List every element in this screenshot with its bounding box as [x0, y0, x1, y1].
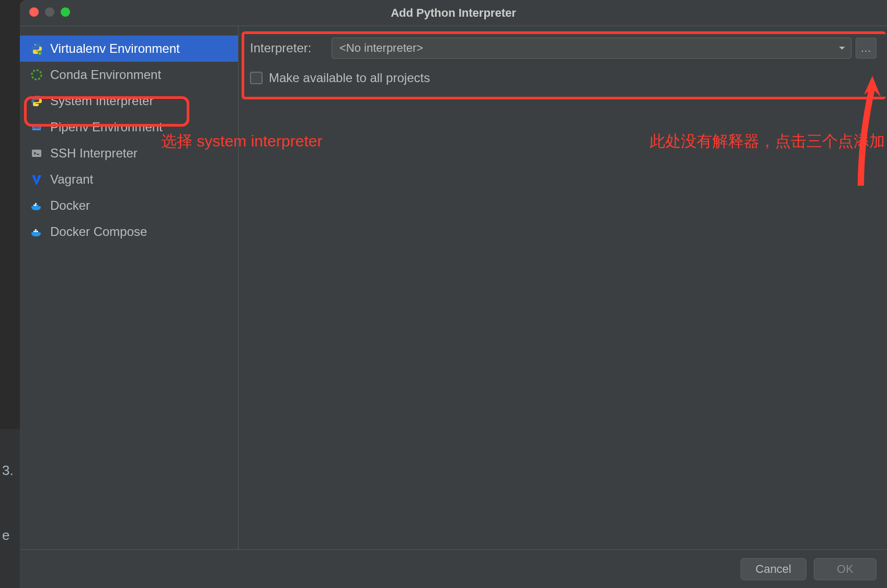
svg-text:v: v — [39, 52, 41, 55]
interpreter-label: Interpreter: — [250, 41, 322, 55]
svg-rect-10 — [35, 203, 37, 205]
sidebar-item-pipenv[interactable]: Pipenv Environment — [20, 114, 238, 140]
svg-rect-14 — [35, 229, 37, 231]
sidebar-item-system-interpreter[interactable]: System Interpreter — [20, 88, 238, 114]
bg-char-2: e — [2, 527, 9, 544]
svg-point-0 — [35, 44, 36, 46]
sidebar-item-label: Virtualenv Environment — [50, 41, 180, 56]
vagrant-icon — [29, 172, 44, 187]
titlebar: Add Python Interpreter — [20, 0, 887, 26]
interpreter-combo-wrap: <No interpreter> ... — [332, 38, 877, 59]
chevron-down-icon — [838, 44, 846, 52]
background-strip — [0, 429, 20, 588]
interpreter-combobox[interactable]: <No interpreter> — [332, 38, 851, 59]
docker-icon — [29, 198, 44, 213]
ssh-icon — [29, 146, 44, 161]
sidebar-item-docker-compose[interactable]: Docker Compose — [20, 219, 238, 245]
make-available-row[interactable]: Make available to all projects — [250, 65, 877, 91]
sidebar-item-label: Docker Compose — [50, 224, 147, 239]
minimize-window-icon[interactable] — [45, 7, 54, 17]
pipenv-icon — [29, 120, 44, 134]
make-available-label: Make available to all projects — [269, 71, 430, 85]
sidebar-item-vagrant[interactable]: Vagrant — [20, 166, 238, 193]
svg-rect-6 — [32, 150, 41, 157]
main-panel: Interpreter: <No interpreter> ... Make a… — [238, 26, 887, 549]
cancel-button[interactable]: Cancel — [741, 558, 806, 580]
docker-compose-icon — [29, 224, 44, 239]
svg-rect-9 — [35, 205, 37, 206]
svg-point-3 — [32, 70, 41, 80]
ok-button[interactable]: OK — [814, 558, 877, 580]
interpreter-row: Interpreter: <No interpreter> ... — [250, 36, 877, 61]
close-window-icon[interactable] — [29, 7, 39, 17]
sidebar-item-label: Docker — [50, 198, 90, 213]
interpreter-selected-value: <No interpreter> — [339, 41, 423, 55]
interpreter-type-sidebar: v Virtualenv Environment Conda Environme… — [20, 26, 238, 549]
sidebar-item-label: Conda Environment — [50, 67, 161, 82]
svg-rect-8 — [33, 205, 35, 206]
bg-char-1: 3. — [2, 462, 14, 479]
svg-rect-11 — [33, 231, 35, 232]
sidebar-item-virtualenv[interactable]: v Virtualenv Environment — [20, 36, 238, 62]
sidebar-item-label: SSH Interpreter — [50, 146, 138, 161]
svg-rect-13 — [37, 231, 38, 232]
sidebar-item-label: System Interpreter — [50, 94, 153, 108]
zoom-window-icon[interactable] — [61, 7, 70, 17]
sidebar-item-label: Pipenv Environment — [50, 120, 163, 134]
python-venv-icon: v — [29, 41, 44, 56]
make-available-checkbox[interactable] — [250, 72, 263, 84]
add-python-interpreter-dialog: Add Python Interpreter v Virtualenv Envi… — [20, 0, 887, 588]
svg-point-4 — [35, 97, 36, 98]
dialog-footer: Cancel OK — [20, 549, 887, 588]
sidebar-item-ssh[interactable]: SSH Interpreter — [20, 140, 238, 166]
dialog-title: Add Python Interpreter — [391, 6, 516, 20]
sidebar-item-conda[interactable]: Conda Environment — [20, 62, 238, 88]
sidebar-item-docker[interactable]: Docker — [20, 193, 238, 219]
svg-rect-12 — [35, 231, 37, 232]
browse-interpreter-button[interactable]: ... — [856, 38, 877, 59]
conda-icon — [29, 67, 44, 82]
svg-rect-5 — [33, 126, 40, 129]
dialog-content: v Virtualenv Environment Conda Environme… — [20, 26, 887, 549]
python-icon — [29, 94, 44, 108]
sidebar-item-label: Vagrant — [50, 172, 93, 187]
window-controls — [29, 7, 70, 17]
